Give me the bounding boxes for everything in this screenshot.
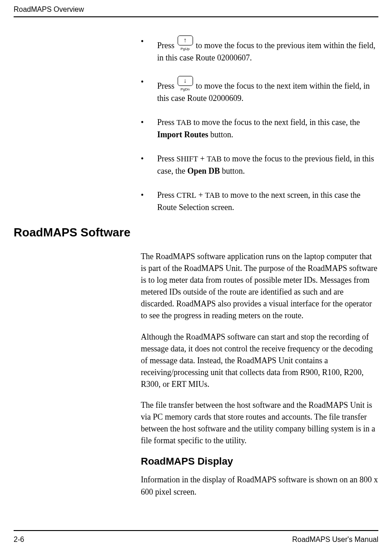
shift-key-text: SHIFT [177,155,198,163]
bullet-text: Press SHIFT + TAB to move the focus to t… [157,153,378,177]
tab-key-text: TAB [207,155,222,163]
bullet-text: Press ↑ PgUp to move the focus to the pr… [157,35,378,64]
bullet-list: • Press ↑ PgUp to move the focus to the … [141,35,378,214]
text: + [198,154,207,163]
tab-key-text: TAB [205,191,220,200]
bullet-item: • Press ↑ PgUp to move the focus to the … [141,35,378,64]
key-label: PgUp [178,46,193,52]
bullet-text: Press ↓ PgDn to move the focus to the ne… [157,76,378,105]
text: button. [220,166,245,175]
page-footer: 2-6 RoadMAPS User's Manual [14,530,378,544]
section-heading: RoadMAPS Software [14,225,378,240]
button-name: Open DB [187,166,220,175]
text: Press [157,118,177,127]
text: Press [157,41,177,50]
subsection-heading: RoadMAPS Display [141,456,378,467]
bullet-item: • Press ↓ PgDn to move the focus to the … [141,76,378,105]
text: to move the focus to the next field, in … [191,118,360,127]
text: Press [157,81,177,90]
text: button. [208,130,233,139]
content: • Press ↑ PgUp to move the focus to the … [14,35,378,498]
button-name: Import Routes [157,130,208,139]
paragraph: Information in the display of RoadMAPS s… [141,474,378,497]
bullet-item: • Press SHIFT + TAB to move the focus to… [141,153,378,177]
page-header: RoadMAPS Overview [14,5,378,17]
manual-title: RoadMAPS User's Manual [292,536,378,544]
header-title: RoadMAPS Overview [14,5,84,13]
paragraph: Although the RoadMAPS software can start… [141,331,378,390]
text: + [196,190,205,200]
bullet-item: • Press TAB to move the focus to the nex… [141,116,378,141]
ctrl-key-text: CTRL [177,191,197,200]
pgdn-key-icon: ↓ PgDn [178,76,193,92]
bullet-dot: • [141,116,157,141]
text: Press [157,190,177,200]
bullet-dot: • [141,153,157,177]
bullet-item: • Press CTRL + TAB to move to the next s… [141,189,378,214]
text: Press [157,154,177,163]
bullet-dot: • [141,35,157,64]
bullet-text: Press CTRL + TAB to move to the next scr… [157,189,378,214]
tab-key-text: TAB [177,118,192,127]
key-label: PgDn [178,87,193,92]
bullet-dot: • [141,189,157,214]
bullet-dot: • [141,76,157,105]
paragraph: The file transfer between the host softw… [141,399,378,446]
bullet-text: Press TAB to move the focus to the next … [157,116,378,141]
paragraph: The RoadMAPS software application runs o… [141,250,378,322]
page-number: 2-6 [14,536,24,544]
pgup-key-icon: ↑ PgUp [178,35,193,52]
